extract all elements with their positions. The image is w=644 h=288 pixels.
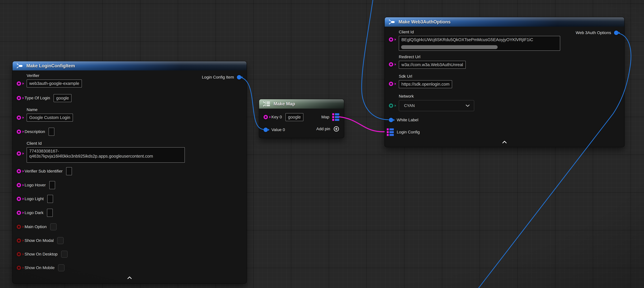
key-0-field[interactable]: google: [286, 113, 304, 121]
input-pin-verifier-sub-identifier[interactable]: [17, 169, 21, 173]
chevron-down-icon: [466, 104, 470, 107]
pin-label-client-id: Client Id: [26, 141, 42, 146]
pin-label-white-label: White Label: [397, 118, 418, 122]
pin-label-show-on-mobile: Show On Mobile: [24, 265, 54, 270]
pin-label-logo-dark: Logo Dark: [24, 210, 44, 215]
logo-dark-field[interactable]: [47, 209, 53, 217]
input-pin-name[interactable]: [17, 115, 21, 120]
client-id-text: BEglQSgt4cUWcj6SKRdu5QkOXTsePmMcusG5EAoy…: [399, 36, 560, 42]
pin-label-name: Name: [26, 107, 38, 112]
name-field[interactable]: Google Custom Login: [26, 114, 73, 122]
pin-label-login-config: Login Config: [397, 130, 420, 134]
client-id-line2: q463s7kpvja16l4l0kko3nb925ikds2p.apps.go…: [27, 154, 184, 159]
main-option-checkbox[interactable]: [50, 223, 56, 230]
plus-circle-icon: [334, 126, 339, 132]
network-selected-value: CYAN: [404, 103, 415, 108]
pin-label-show-on-modal: Show On Modal: [24, 238, 54, 243]
input-pin-show-on-modal[interactable]: [17, 238, 21, 243]
input-pin-show-on-mobile[interactable]: [17, 266, 21, 270]
type-of-login-field[interactable]: google: [54, 94, 72, 102]
output-pin-label-map: Map: [322, 115, 329, 119]
input-pin-key-0[interactable]: [264, 115, 268, 119]
pin-label-verifier-sub-identifier: Verifier Sub Identifier: [24, 169, 62, 174]
node-title: Make Map: [274, 101, 295, 107]
pin-label-redirect-url: Redirect Url: [399, 55, 420, 59]
show-on-desktop-checkbox[interactable]: [61, 251, 68, 258]
input-pin-verifier[interactable]: [17, 81, 21, 86]
input-pin-client-id[interactable]: [17, 151, 21, 156]
node-make-loginconfigitem[interactable]: Make LoginConfigItem Login Config Item V…: [12, 61, 247, 283]
pin-label-description: Description: [24, 129, 45, 134]
client-id-horizontal-scrollbar[interactable]: [401, 45, 498, 49]
node-header-make-web3authoptions[interactable]: Make Web3AuthOptions: [385, 17, 624, 27]
output-pin-label: Web 3Auth Options: [576, 31, 611, 35]
input-pin-logo-hover[interactable]: [17, 183, 21, 187]
description-field[interactable]: [48, 128, 54, 136]
logo-hover-field[interactable]: [49, 181, 55, 189]
output-row-login-config-item: Login Config Item: [202, 75, 241, 80]
make-struct-icon: [16, 63, 24, 69]
output-pin-label: Login Config Item: [202, 75, 234, 80]
network-dropdown[interactable]: CYAN: [399, 100, 474, 111]
input-pin-network[interactable]: [389, 103, 393, 108]
node-make-map[interactable]: Make Map Key 0 google Map Value 0 Add pi…: [259, 99, 344, 138]
sdk-url-field[interactable]: https://sdk.openlogin.com: [399, 80, 452, 88]
chevron-up-icon: [127, 276, 132, 279]
output-row-web3auth-options: Web 3Auth Options: [576, 31, 618, 35]
redirect-url-field[interactable]: w3a://com.w3a.Web3AuthUnreal: [399, 61, 466, 69]
pin-label-network: Network: [399, 94, 414, 99]
client-id-line1: 774338308167-: [27, 148, 184, 154]
blueprint-graph-canvas[interactable]: Make LoginConfigItem Login Config Item V…: [0, 0, 644, 288]
pin-label-verifier: Verifier: [26, 73, 39, 78]
input-pin-logo-light[interactable]: [17, 197, 21, 201]
show-on-modal-checkbox[interactable]: [57, 237, 64, 244]
input-pin-redirect-url[interactable]: [389, 62, 393, 67]
input-pin-logo-dark[interactable]: [17, 211, 21, 215]
node-header-make-loginconfigitem[interactable]: Make LoginConfigItem: [12, 61, 246, 70]
verifier-field[interactable]: web3auth-google-example: [26, 80, 82, 88]
logo-light-field[interactable]: [47, 195, 53, 203]
pin-label-value-0: Value 0: [272, 127, 285, 132]
pin-label-key-0: Key 0: [272, 115, 282, 119]
add-pin-label: Add pin: [316, 127, 330, 131]
input-pin-show-on-desktop[interactable]: [17, 252, 21, 256]
input-pin-type-of-login[interactable]: [17, 96, 21, 100]
wire-map-to-login-config[interactable]: [339, 117, 384, 132]
verifier-sub-identifier-field[interactable]: [66, 167, 72, 175]
pin-label-show-on-desktop: Show On Desktop: [24, 252, 58, 256]
pin-label-logo-hover: Logo Hover: [24, 183, 46, 187]
chevron-up-icon: [502, 140, 507, 144]
output-pin-map[interactable]: [332, 113, 339, 121]
input-pin-client-id[interactable]: [389, 37, 393, 42]
node-title: Make LoginConfigItem: [26, 63, 75, 69]
output-pin-login-config-item[interactable]: [237, 75, 241, 80]
collapse-node-button[interactable]: [127, 276, 132, 280]
client-id-field[interactable]: BEglQSgt4cUWcj6SKRdu5QkOXTsePmMcusG5EAoy…: [399, 36, 560, 51]
input-pin-sdk-url[interactable]: [389, 82, 393, 86]
input-pin-login-config[interactable]: [387, 128, 394, 136]
node-title: Make Web3AuthOptions: [398, 19, 450, 25]
input-pin-value-0[interactable]: [264, 128, 268, 132]
pin-label-logo-light: Logo Light: [24, 196, 44, 201]
input-pin-description[interactable]: [17, 130, 21, 134]
make-map-icon: [263, 101, 271, 107]
pin-label-type-of-login: Type Of Login: [24, 96, 50, 100]
collapse-node-button[interactable]: [502, 140, 507, 144]
input-pin-main-option[interactable]: [17, 225, 21, 229]
output-pin-web3auth-options[interactable]: [614, 31, 618, 35]
add-pin-button[interactable]: Add pin: [316, 126, 339, 132]
pin-label-main-option: Main Option: [24, 224, 47, 229]
node-make-web3authoptions[interactable]: Make Web3AuthOptions Web 3Auth Options C…: [384, 17, 624, 147]
input-pin-white-label[interactable]: [389, 118, 393, 122]
node-header-make-map[interactable]: Make Map: [259, 99, 344, 109]
show-on-mobile-checkbox[interactable]: [58, 264, 64, 271]
pin-label-client-id: Client Id: [399, 30, 414, 34]
client-id-field[interactable]: 774338308167- q463s7kpvja16l4l0kko3nb925…: [26, 147, 185, 163]
make-struct-icon: [388, 19, 396, 25]
pin-label-sdk-url: Sdk Url: [399, 74, 412, 79]
